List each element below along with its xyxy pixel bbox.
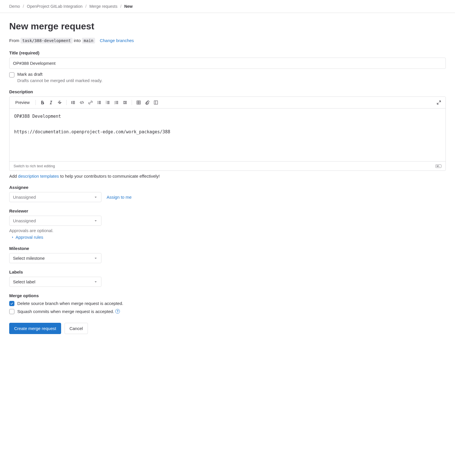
target-branch: main — [82, 38, 95, 43]
delete-source-branch-label: Delete source branch when merge request … — [17, 301, 123, 306]
breadcrumb: Demo / OpenProject GitLab Integration / … — [0, 0, 455, 13]
svg-rect-4 — [154, 101, 158, 104]
from-label: From — [9, 38, 19, 43]
title-label: Title (required) — [9, 50, 446, 55]
labels-value: Select label — [13, 279, 35, 284]
table-icon[interactable] — [135, 99, 142, 106]
reviewer-value: Unassigned — [13, 218, 36, 223]
fullscreen-icon[interactable] — [435, 99, 443, 106]
editor-toolbar: Preview 123 — [10, 97, 445, 109]
italic-icon[interactable] — [47, 99, 55, 106]
create-merge-request-button[interactable]: Create merge request — [9, 323, 61, 334]
svg-text:3: 3 — [106, 103, 107, 104]
delete-source-branch-checkbox[interactable] — [9, 301, 14, 306]
toolbar-separator — [35, 100, 36, 105]
squash-commits-label: Squash commits when merge request is acc… — [17, 309, 120, 314]
approvals-optional-text: Approvals are optional. — [9, 228, 446, 233]
into-label: into — [74, 38, 81, 43]
code-icon[interactable] — [78, 99, 86, 106]
chevron-down-icon — [94, 219, 98, 223]
attachment-icon[interactable] — [144, 99, 151, 106]
help-icon[interactable]: ? — [115, 309, 120, 314]
breadcrumb-separator: / — [23, 4, 24, 9]
chevron-right-icon — [11, 236, 14, 239]
description-editor: Preview 123 — [9, 96, 446, 171]
milestone-select[interactable]: Select milestone — [9, 253, 101, 263]
description-textarea[interactable] — [10, 109, 445, 160]
quote-icon[interactable] — [69, 99, 77, 106]
labels-label: Labels — [9, 270, 446, 274]
chevron-down-icon — [94, 195, 98, 199]
milestone-value: Select milestone — [13, 256, 45, 261]
switch-rich-text-link[interactable]: Switch to rich text editing — [14, 164, 55, 168]
assign-to-me-link[interactable]: Assign to me — [107, 195, 132, 200]
milestone-label: Milestone — [9, 246, 446, 251]
collapse-icon[interactable] — [152, 99, 160, 106]
cancel-button[interactable]: Cancel — [65, 323, 88, 334]
markdown-badge-icon[interactable]: M↓ — [435, 164, 441, 168]
strikethrough-icon[interactable] — [56, 99, 63, 106]
breadcrumb-separator: / — [120, 4, 121, 9]
chevron-down-icon — [94, 280, 98, 284]
mark-as-draft-label: Mark as draft — [17, 72, 43, 77]
reviewer-select[interactable]: Unassigned — [9, 216, 101, 226]
bullet-list-icon[interactable] — [95, 99, 103, 106]
breadcrumb-item[interactable]: OpenProject GitLab Integration — [27, 4, 82, 9]
mark-as-draft-checkbox[interactable] — [9, 72, 14, 77]
merge-options-label: Merge options — [9, 293, 446, 298]
assignee-value: Unassigned — [13, 195, 36, 200]
checklist-icon[interactable] — [113, 99, 120, 106]
reviewer-label: Reviewer — [9, 208, 446, 213]
indent-icon[interactable] — [121, 99, 129, 106]
link-icon[interactable] — [87, 99, 94, 106]
draft-hint: Drafts cannot be merged until marked rea… — [17, 78, 446, 83]
assignee-label: Assignee — [9, 185, 446, 190]
source-branch: task/388-development — [20, 38, 73, 43]
bold-icon[interactable] — [39, 99, 46, 106]
change-branches-link[interactable]: Change branches — [100, 38, 134, 43]
toolbar-separator — [132, 100, 132, 105]
page-title: New merge request — [9, 21, 446, 32]
description-hint: Add description templates to help your c… — [9, 174, 446, 179]
branch-info: From task/388-development into main Chan… — [9, 38, 446, 43]
toolbar-separator — [66, 100, 67, 105]
description-label: Description — [9, 89, 446, 94]
title-input[interactable] — [9, 58, 446, 69]
chevron-down-icon — [94, 256, 98, 260]
breadcrumb-separator: / — [85, 4, 86, 9]
preview-tab[interactable]: Preview — [12, 98, 33, 107]
squash-commits-checkbox[interactable] — [9, 309, 14, 314]
breadcrumb-item[interactable]: Merge requests — [89, 4, 117, 9]
labels-select[interactable]: Select label — [9, 277, 101, 287]
breadcrumb-item[interactable]: Demo — [9, 4, 20, 9]
numbered-list-icon[interactable]: 123 — [104, 99, 112, 106]
assignee-select[interactable]: Unassigned — [9, 192, 101, 202]
description-templates-link[interactable]: description templates — [18, 174, 59, 179]
breadcrumb-current: New — [124, 4, 133, 9]
approval-rules-link[interactable]: Approval rules — [11, 235, 446, 240]
